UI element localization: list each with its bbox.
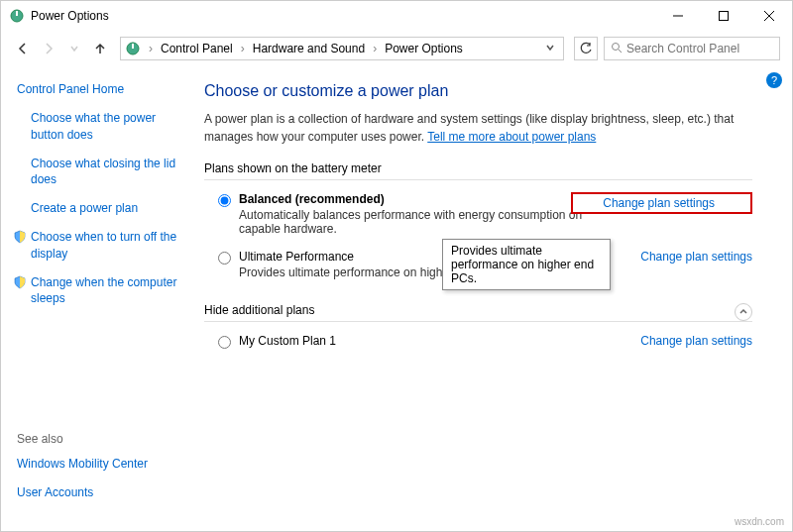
plans-section-label: Plans shown on the battery meter (204, 161, 752, 180)
window-title: Power Options (31, 9, 655, 23)
minimize-button[interactable] (655, 1, 701, 31)
watermark: wsxdn.com (735, 516, 784, 527)
sidebar-link-sleep[interactable]: Change when the computer sleeps (17, 274, 186, 308)
forward-button[interactable] (39, 39, 58, 58)
chevron-right-icon: › (373, 42, 377, 55)
page-description: A power plan is a collection of hardware… (204, 110, 752, 146)
change-plan-settings-link[interactable]: Change plan settings (571, 192, 752, 214)
shield-icon (13, 275, 27, 294)
back-button[interactable] (13, 39, 33, 58)
main-panel: Choose or customize a power plan A power… (194, 66, 792, 531)
window-titlebar: Power Options (1, 1, 792, 31)
maximize-button[interactable] (701, 1, 746, 31)
svg-rect-7 (132, 44, 134, 49)
plan-radio-custom[interactable] (218, 336, 231, 349)
svg-rect-3 (720, 12, 729, 21)
sidebar-link-create-plan[interactable]: Create a power plan (17, 200, 186, 217)
power-options-icon (9, 8, 25, 24)
see-also-label: See also (17, 432, 148, 446)
plan-custom: My Custom Plan 1 Change plan settings (204, 332, 752, 361)
sidebar-link-display-off[interactable]: Choose when to turn off the display (17, 229, 186, 263)
window-controls (655, 1, 792, 31)
plan-name: My Custom Plan 1 (239, 334, 628, 348)
tooltip: Provides ultimate performance on higher … (442, 239, 611, 290)
sidebar-link-lid[interactable]: Choose what closing the lid does (17, 156, 186, 189)
hide-additional-plans-row: Hide additional plans (204, 303, 752, 322)
chevron-right-icon: › (241, 42, 245, 55)
page-heading: Choose or customize a power plan (204, 82, 752, 100)
refresh-button[interactable] (574, 37, 598, 60)
collapse-button[interactable] (735, 303, 752, 321)
plan-radio-ultimate[interactable] (218, 252, 231, 265)
chevron-right-icon: › (149, 42, 153, 55)
svg-point-8 (613, 43, 620, 50)
breadcrumb-dropdown[interactable] (541, 42, 559, 55)
see-also-user-accounts[interactable]: User Accounts (17, 484, 148, 501)
search-icon (611, 42, 623, 56)
learn-more-link[interactable]: Tell me more about power plans (427, 130, 596, 144)
help-icon[interactable]: ? (766, 72, 782, 88)
breadcrumb-bar[interactable]: › Control Panel › Hardware and Sound › P… (120, 37, 564, 60)
plan-description: Automatically balances performance with … (239, 208, 601, 236)
plan-radio-balanced[interactable] (218, 194, 231, 207)
breadcrumb-item[interactable]: Power Options (381, 40, 467, 57)
sidebar-link-label: Choose when to turn off the display (31, 230, 176, 261)
breadcrumb-item[interactable]: Control Panel (157, 40, 237, 57)
recent-dropdown[interactable] (64, 39, 84, 58)
shield-icon (13, 230, 27, 249)
sidebar-bottom: See also Windows Mobility Center User Ac… (17, 432, 148, 513)
sidebar: Control Panel Home Choose what the power… (1, 66, 194, 531)
breadcrumb-item[interactable]: Hardware and Sound (249, 40, 369, 57)
control-panel-home-link[interactable]: Control Panel Home (17, 82, 186, 96)
change-plan-settings-link[interactable]: Change plan settings (628, 334, 752, 348)
content-area: Control Panel Home Choose what the power… (1, 66, 792, 531)
close-button[interactable] (746, 1, 792, 31)
see-also-mobility-center[interactable]: Windows Mobility Center (17, 456, 148, 473)
svg-rect-1 (16, 11, 18, 16)
plan-name: Balanced (recommended) (239, 192, 601, 206)
change-plan-settings-link[interactable]: Change plan settings (628, 250, 752, 264)
svg-line-9 (619, 50, 622, 53)
navigation-bar: › Control Panel › Hardware and Sound › P… (1, 31, 792, 66)
search-input[interactable] (626, 42, 775, 55)
sidebar-link-label: Change when the computer sleeps (31, 275, 176, 306)
power-options-icon (125, 41, 141, 56)
search-box[interactable] (604, 37, 780, 60)
up-button[interactable] (90, 39, 110, 58)
hide-additional-label: Hide additional plans (204, 303, 735, 321)
sidebar-link-power-button[interactable]: Choose what the power button does (17, 110, 186, 144)
